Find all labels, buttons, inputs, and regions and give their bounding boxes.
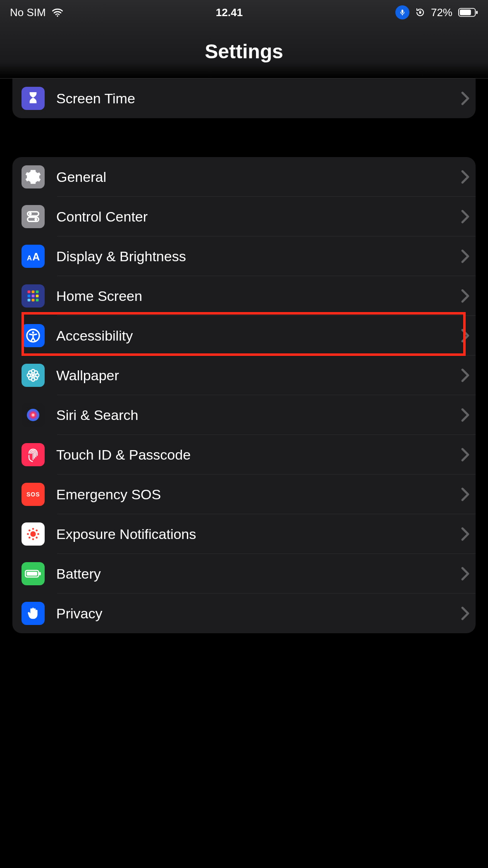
row-label: General — [45, 169, 455, 185]
fingerprint-icon — [22, 443, 45, 466]
row-label: Screen Time — [45, 91, 455, 107]
accessibility-icon — [22, 324, 45, 347]
flower-icon — [22, 364, 45, 387]
status-bar: No SIM 12.41 72% — [0, 0, 488, 25]
row-label: Wallpaper — [45, 367, 455, 384]
svg-point-23 — [32, 331, 34, 334]
home-grid-icon — [22, 284, 45, 308]
group-spacer — [12, 118, 476, 157]
nav-bar: Settings — [0, 25, 488, 79]
svg-point-8 — [29, 212, 32, 215]
row-label: Touch ID & Passcode — [45, 447, 455, 463]
row-label: Emergency SOS — [45, 486, 455, 503]
chevron-right-icon — [455, 527, 476, 541]
settings-group-main: General Control Center A A — [12, 157, 476, 633]
battery-icon — [458, 7, 478, 17]
chevron-right-icon — [455, 249, 476, 263]
svg-point-10 — [34, 218, 37, 221]
row-label: Accessibility — [45, 328, 455, 344]
row-exposure-notifications[interactable]: Exposure Notifications — [12, 514, 476, 554]
svg-rect-5 — [460, 10, 471, 15]
row-touch-id[interactable]: Touch ID & Passcode — [12, 435, 476, 475]
row-siri-search[interactable]: Siri & Search — [12, 395, 476, 435]
row-label: Privacy — [45, 606, 455, 622]
svg-point-32 — [34, 377, 38, 380]
row-screen-time[interactable]: Screen Time — [12, 79, 476, 118]
svg-rect-20 — [32, 299, 35, 302]
battery-full-icon — [22, 562, 45, 585]
chevron-right-icon — [455, 368, 476, 382]
wifi-icon — [52, 8, 63, 17]
svg-point-40 — [29, 529, 31, 532]
microphone-indicator-icon — [395, 5, 409, 19]
svg-rect-14 — [32, 291, 35, 293]
svg-rect-6 — [476, 11, 478, 14]
chevron-right-icon — [455, 487, 476, 501]
svg-rect-19 — [28, 299, 31, 302]
gear-icon — [22, 165, 45, 188]
svg-rect-13 — [28, 291, 31, 293]
svg-point-24 — [31, 374, 34, 377]
svg-point-0 — [57, 15, 58, 17]
row-accessibility[interactable]: Accessibility — [12, 316, 476, 355]
row-label: Display & Brightness — [45, 248, 455, 265]
orientation-lock-icon — [415, 7, 425, 17]
chevron-right-icon — [455, 408, 476, 422]
svg-text:SOS: SOS — [26, 491, 40, 498]
row-battery[interactable]: Battery — [12, 554, 476, 594]
exposure-icon — [22, 522, 45, 546]
row-control-center[interactable]: Control Center — [12, 197, 476, 236]
chevron-right-icon — [455, 329, 476, 343]
svg-point-31 — [29, 377, 32, 380]
svg-point-42 — [29, 537, 31, 539]
svg-point-29 — [29, 371, 32, 374]
svg-point-36 — [32, 528, 34, 530]
svg-point-38 — [27, 533, 29, 535]
chevron-right-icon — [455, 170, 476, 184]
siri-icon — [22, 403, 45, 427]
status-bar-right: 72% — [395, 5, 478, 19]
row-label: Exposure Notifications — [45, 526, 455, 542]
row-label: Control Center — [45, 209, 455, 225]
svg-point-30 — [34, 371, 38, 374]
row-label: Battery — [45, 566, 455, 582]
chevron-right-icon — [455, 448, 476, 462]
row-display-brightness[interactable]: A A Display & Brightness — [12, 236, 476, 276]
svg-rect-16 — [28, 295, 31, 298]
row-emergency-sos[interactable]: SOS Emergency SOS — [12, 475, 476, 514]
text-size-icon: A A — [22, 245, 45, 268]
svg-point-41 — [36, 529, 38, 532]
svg-text:A: A — [32, 251, 40, 262]
chevron-right-icon — [455, 567, 476, 581]
row-wallpaper[interactable]: Wallpaper — [12, 355, 476, 395]
toggles-icon — [22, 205, 45, 228]
svg-point-43 — [36, 537, 38, 539]
hand-icon — [22, 602, 45, 625]
svg-rect-15 — [36, 291, 39, 293]
page-title: Settings — [205, 40, 283, 63]
clock-label: 12.41 — [216, 6, 243, 19]
svg-point-37 — [32, 538, 34, 540]
svg-rect-17 — [32, 295, 35, 298]
svg-rect-3 — [419, 12, 421, 14]
sos-icon: SOS — [22, 483, 45, 506]
chevron-right-icon — [455, 91, 476, 105]
svg-point-35 — [30, 531, 36, 537]
battery-percent-label: 72% — [431, 6, 452, 19]
row-home-screen[interactable]: Home Screen — [12, 276, 476, 316]
svg-rect-1 — [402, 10, 404, 13]
svg-text:A: A — [27, 254, 32, 262]
svg-rect-21 — [36, 299, 39, 302]
row-general[interactable]: General — [12, 157, 476, 197]
carrier-label: No SIM — [10, 6, 46, 19]
chevron-right-icon — [455, 289, 476, 303]
svg-rect-46 — [39, 572, 41, 575]
row-label: Siri & Search — [45, 407, 455, 423]
settings-group-screentime: Screen Time — [12, 79, 476, 118]
svg-point-39 — [37, 533, 39, 535]
row-privacy[interactable]: Privacy — [12, 594, 476, 633]
svg-rect-18 — [36, 295, 39, 298]
row-label: Home Screen — [45, 288, 455, 304]
settings-list[interactable]: Screen Time General Control Cent — [0, 79, 488, 633]
chevron-right-icon — [455, 606, 476, 620]
